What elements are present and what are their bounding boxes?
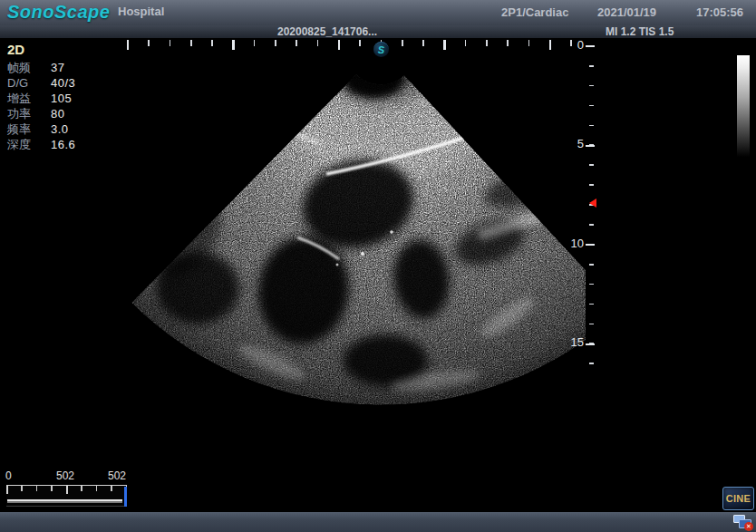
param-label: 增益 (7, 91, 51, 107)
param-row-power: 功率 80 (7, 106, 75, 121)
mode-label: 2D (7, 42, 75, 57)
brand-logo: SonoScape (7, 2, 110, 23)
param-row-framerate: 帧频 37 (7, 60, 75, 75)
graymap-curve-line (7, 499, 122, 503)
image-parameters-panel: 2D 帧频 37 D/G 40/3 增益 105 功率 80 频率 3.0 (7, 42, 75, 152)
param-row-gain: 增益 105 (7, 91, 75, 106)
param-row-dg: D/G 40/3 (7, 75, 75, 91)
horizontal-ruler-major-ticks (127, 40, 577, 50)
param-label: 功率 (7, 106, 51, 122)
depth-label-0: 0 (562, 38, 584, 53)
focus-marker[interactable] (589, 198, 596, 208)
probe-preset: 2P1/Cardiac (501, 5, 568, 19)
cine-button[interactable]: CINE (722, 487, 754, 510)
param-row-depth: 深度 16.6 (7, 137, 75, 152)
graymap-widget: 0 502 502 (5, 469, 130, 509)
status-bar: ✕ (0, 512, 756, 532)
param-label: 帧频 (7, 60, 51, 76)
hospital-name: Hospital (118, 5, 164, 18)
param-value: 37 (51, 61, 64, 74)
mi-tis-values: MI 1.2 TIS 1.5 (606, 25, 674, 38)
param-value: 16.6 (51, 138, 75, 151)
depth-ruler: 0 5 10 15 (562, 38, 607, 437)
horizontal-ruler (127, 40, 577, 51)
param-label: D/G (7, 76, 51, 90)
exam-id: 20200825_141706... (277, 25, 377, 38)
param-value: 80 (51, 107, 64, 121)
title-bar: SonoScape Hospital 2P1/Cardiac 2021/01/1… (0, 0, 756, 25)
network-disconnected-icon[interactable]: ✕ (732, 513, 753, 531)
graymap-label-left: 0 (5, 469, 12, 483)
graymap-curve-box (6, 485, 127, 507)
graymap-marker[interactable] (124, 487, 127, 507)
error-badge: ✕ (744, 522, 753, 531)
depth-label-5: 5 (562, 137, 584, 151)
exam-date: 2021/01/19 (597, 5, 656, 19)
param-value: 105 (51, 92, 72, 105)
probe-orientation-marker-icon: S (373, 42, 389, 57)
graymap-label-middle: 502 (53, 469, 77, 483)
probe-marker-letter: S (378, 45, 384, 55)
exam-time: 17:05:56 (696, 5, 743, 19)
graymap-label-right: 502 (102, 469, 126, 483)
ultrasound-fan-image (0, 38, 756, 512)
depth-label-10: 10 (562, 237, 584, 251)
param-label: 频率 (7, 121, 51, 138)
param-value: 40/3 (51, 76, 75, 90)
param-row-frequency: 频率 3.0 (7, 121, 75, 137)
param-label: 深度 (7, 137, 51, 153)
ultrasound-screen: SonoScape Hospital 2P1/Cardiac 2021/01/1… (0, 0, 756, 532)
exam-info-bar: 20200825_141706... MI 1.2 TIS 1.5 (0, 25, 756, 38)
image-area: S 0 5 10 15 2D 帧频 37 D/G 40/3 (0, 38, 756, 512)
param-value: 3.0 (51, 122, 69, 136)
depth-label-15: 15 (562, 335, 584, 350)
graymap-major-ticks (6, 486, 127, 494)
grayscale-reference-bar (737, 55, 750, 157)
